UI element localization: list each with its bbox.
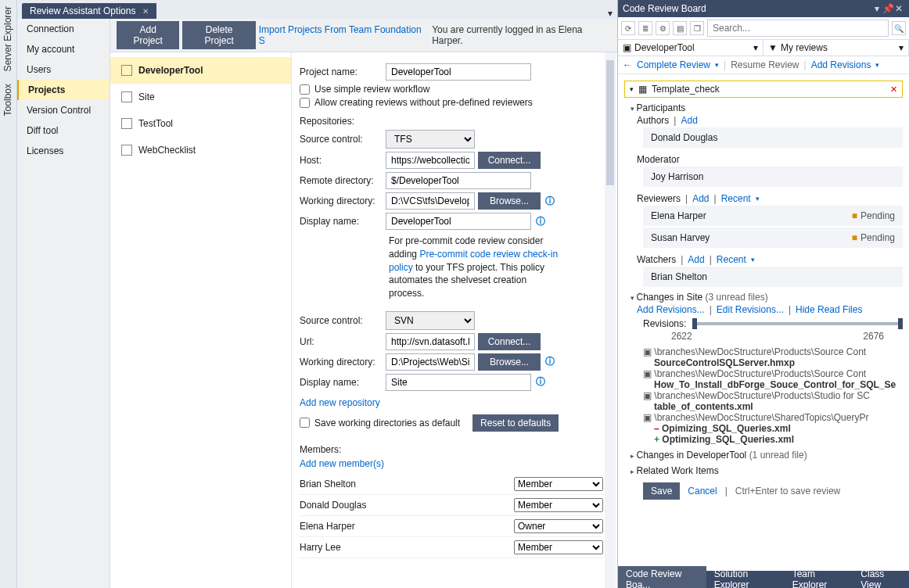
search-input[interactable]: [707, 20, 889, 37]
related-work-section[interactable]: Related Work Items: [631, 465, 903, 476]
complete-review-link[interactable]: Complete Review: [637, 59, 710, 70]
back-icon[interactable]: ←: [623, 59, 632, 70]
import-projects-link[interactable]: Import Projects From Team Foundation S: [259, 24, 426, 46]
reset-defaults-button[interactable]: Reset to defaults: [472, 414, 559, 432]
project-item-developertool[interactable]: DeveloperTool: [110, 57, 291, 84]
participants-section[interactable]: Participants: [631, 102, 903, 113]
host-input[interactable]: [386, 152, 475, 169]
view-filter[interactable]: ▼ My reviews▾: [763, 40, 909, 56]
info-icon[interactable]: ⓘ: [536, 215, 545, 228]
watcher-row: Brian Shelton: [643, 267, 903, 287]
display-name-input[interactable]: [386, 374, 531, 391]
working-dir-label: Working directory:: [300, 357, 386, 368]
member-role-select[interactable]: Member: [514, 540, 603, 554]
url-input[interactable]: [386, 333, 475, 350]
cancel-link[interactable]: Cancel: [688, 486, 717, 497]
collapse-icon[interactable]: ▾: [630, 85, 634, 93]
connect-button[interactable]: Connect...: [478, 333, 541, 350]
hide-read-link[interactable]: Hide Read Files: [796, 304, 862, 315]
remote-dir-input[interactable]: [386, 172, 531, 189]
nav-licenses[interactable]: Licenses: [17, 141, 110, 161]
options-tab[interactable]: Review Assistant Options: [22, 3, 156, 19]
member-role-select[interactable]: Owner: [514, 519, 603, 533]
layout-icon[interactable]: ▤: [673, 21, 687, 35]
resume-review-link: Resume Review: [731, 59, 799, 70]
refresh-icon[interactable]: ⟳: [621, 21, 635, 35]
browse-button[interactable]: Browse...: [478, 192, 541, 210]
add-members-link[interactable]: Add new member(s): [300, 458, 384, 469]
file-added[interactable]: Optimizing_SQL_Queries.xml: [654, 434, 903, 445]
add-project-button[interactable]: Add Project: [117, 21, 179, 49]
recent-reviewers-link[interactable]: Recent: [721, 193, 751, 204]
file-item[interactable]: table_of_contents.xml: [654, 401, 903, 412]
simple-workflow-checkbox[interactable]: [300, 84, 310, 95]
project-name-input[interactable]: [386, 63, 531, 81]
add-revisions-link[interactable]: Add Revisions...: [637, 304, 705, 315]
save-button[interactable]: Save: [643, 482, 680, 500]
close-review-icon[interactable]: ✕: [890, 84, 897, 95]
edit-revisions-link[interactable]: Edit Revisions...: [717, 304, 784, 315]
tab-team-explorer[interactable]: Team Explorer: [785, 566, 853, 588]
source-control-select[interactable]: TFS: [386, 130, 475, 149]
allow-no-reviewers-checkbox[interactable]: [300, 98, 310, 108]
dropdown-icon[interactable]: ▾: [871, 3, 882, 14]
changes-site-section[interactable]: Changes in Site (3 unread files): [631, 292, 903, 303]
project-item-testtool[interactable]: TestTool: [110, 110, 291, 137]
tab-code-review[interactable]: Code Review Boa...: [618, 566, 706, 588]
nav-diff-tool[interactable]: Diff tool: [17, 120, 110, 141]
file-item[interactable]: How_To_Install_dbForge_Souce_Control_for…: [654, 379, 903, 390]
close-icon[interactable]: ✕: [893, 3, 904, 14]
projects-toolbar: Add Project Delete Project Import Projec…: [110, 19, 617, 52]
member-row: Harry LeeMember: [300, 537, 603, 558]
working-dir-label: Working directory:: [300, 195, 386, 206]
tab-class-view[interactable]: Class View: [853, 566, 909, 588]
display-name-input[interactable]: [386, 213, 531, 230]
save-default-checkbox[interactable]: [300, 418, 310, 428]
list-icon[interactable]: ≣: [638, 21, 652, 35]
search-icon[interactable]: 🔍: [892, 21, 906, 35]
tab-solution-explorer[interactable]: Solution Explorer: [706, 566, 785, 588]
add-author-link[interactable]: Add: [681, 115, 697, 126]
file-deleted[interactable]: Opimizing_SQL_Queries.xml: [654, 423, 903, 434]
nav-users[interactable]: Users: [17, 59, 110, 80]
info-icon[interactable]: ⓘ: [545, 355, 555, 368]
member-row: Donald DouglasMember: [300, 495, 603, 516]
changes-dev-section[interactable]: Changes in DeveloperTool (1 unread file): [631, 450, 903, 461]
recent-watchers-link[interactable]: Recent: [717, 254, 746, 265]
working-dir-input[interactable]: [386, 192, 475, 210]
working-dir-input[interactable]: [386, 353, 475, 371]
project-item-site[interactable]: Site: [110, 84, 291, 110]
connect-button[interactable]: Connect...: [478, 152, 541, 169]
add-revisions-link[interactable]: Add Revisions: [811, 59, 871, 70]
tab-toolbox[interactable]: Toolbox: [0, 77, 16, 122]
form-scrollbar[interactable]: [605, 52, 616, 588]
pin-icon[interactable]: 📌: [882, 3, 893, 14]
delete-project-button[interactable]: Delete Project: [182, 21, 255, 49]
add-reviewer-link[interactable]: Add: [692, 193, 709, 204]
info-icon[interactable]: ⓘ: [536, 375, 545, 389]
revision-slider[interactable]: [692, 322, 903, 325]
nav-projects[interactable]: Projects: [17, 80, 110, 100]
nav-connection[interactable]: Connection: [17, 19, 110, 39]
review-toolbar: ⟳ ≣ ⚙ ▤ ❐ 🔍: [618, 17, 909, 40]
nav-my-account[interactable]: My account: [17, 39, 110, 59]
browse-button[interactable]: Browse...: [478, 353, 541, 371]
source-control-select[interactable]: SVN: [386, 311, 475, 330]
project-filter[interactable]: ▣ DeveloperTool▾: [618, 40, 763, 56]
member-name: Elena Harper: [300, 521, 514, 532]
info-icon[interactable]: ⓘ: [545, 195, 555, 208]
windows-icon[interactable]: ❐: [690, 21, 704, 35]
dropdown-icon[interactable]: ▾: [603, 8, 617, 19]
file-item[interactable]: SourceControlSQLServer.hmxp: [654, 357, 903, 368]
project-label: WebChecklist: [138, 145, 196, 156]
nav-version-control[interactable]: Version Control: [17, 100, 110, 120]
tab-server-explorer[interactable]: Server Explorer: [0, 0, 16, 77]
project-item-webchecklist[interactable]: WebChecklist: [110, 137, 291, 163]
rev-from: 2622: [671, 331, 692, 342]
project-label: TestTool: [138, 118, 173, 129]
add-repository-link[interactable]: Add new repository: [300, 397, 380, 408]
gear-icon[interactable]: ⚙: [656, 21, 670, 35]
member-role-select[interactable]: Member: [514, 498, 603, 512]
add-watcher-link[interactable]: Add: [688, 254, 704, 265]
member-role-select[interactable]: Member: [514, 477, 603, 491]
